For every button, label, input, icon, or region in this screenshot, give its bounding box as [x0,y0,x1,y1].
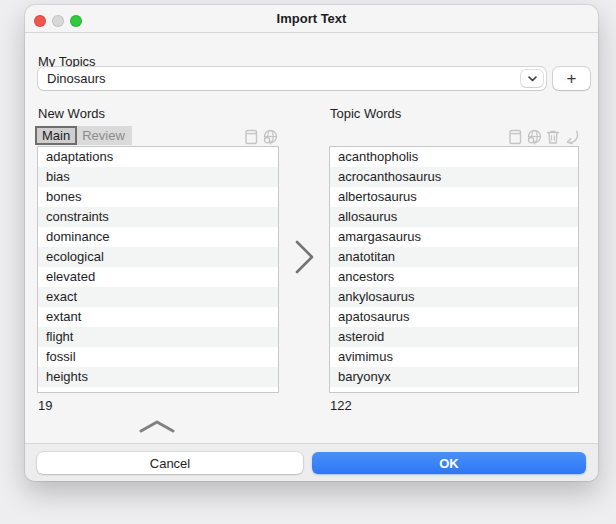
dialog-footer: Cancel OK [25,443,598,481]
list-item[interactable]: extant [38,307,278,327]
list-item[interactable]: acanthopholis [330,147,578,167]
list-item[interactable]: bias [38,167,278,187]
plus-icon: + [567,69,577,89]
ok-button[interactable]: OK [312,452,586,474]
list-item[interactable]: bones [38,187,278,207]
new-words-title: New Words [38,106,105,121]
topic-words-count: 122 [330,398,352,413]
list-item[interactable]: adaptations [38,147,278,167]
list-item[interactable]: dominance [38,227,278,247]
window-title: Import Text [277,11,347,26]
add-topic-button[interactable]: + [553,67,590,90]
list-item[interactable]: apatosaurus [330,307,578,327]
chevron-right-icon [294,239,316,275]
list-item[interactable]: allosaurus [330,207,578,227]
close-button[interactable] [34,15,46,27]
list-item[interactable]: asteroid [330,327,578,347]
chevron-down-icon[interactable] [521,70,543,87]
chevron-up-icon [138,419,176,433]
list-item[interactable]: constraints [38,207,278,227]
list-item[interactable]: avimimus [330,347,578,367]
list-item[interactable]: ecological [38,247,278,267]
tab-review[interactable]: Review [77,126,132,145]
new-words-toolbar [242,128,279,146]
topics-dropdown-value: Dinosaurs [47,71,106,86]
cancel-button[interactable]: Cancel [37,452,303,474]
topic-words-list[interactable]: acanthopholisacrocanthosaurusalbertosaur… [330,147,578,392]
list-item[interactable]: acrocanthosaurus [330,167,578,187]
list-item[interactable]: flight [38,327,278,347]
list-item[interactable]: ankylosaurus [330,287,578,307]
trash-icon[interactable] [544,128,562,146]
new-words-tabs: Main Review [35,126,132,145]
traffic-lights [34,15,82,27]
web-search-icon[interactable] [525,128,543,146]
zoom-button[interactable] [70,15,82,27]
list-item[interactable]: bipedal [330,387,578,392]
list-item[interactable]: elevated [38,267,278,287]
list-item[interactable]: exact [38,287,278,307]
book-icon[interactable] [242,128,260,146]
collapse-button[interactable] [137,417,177,435]
topics-dropdown[interactable]: Dinosaurs [38,67,546,90]
move-right-button[interactable] [291,237,319,277]
undo-icon[interactable] [563,128,581,146]
list-item[interactable]: ancestors [330,267,578,287]
titlebar[interactable]: Import Text [25,5,598,33]
tab-main[interactable]: Main [35,126,77,145]
list-item[interactable]: heights [38,367,278,387]
book-icon[interactable] [506,128,524,146]
topic-words-toolbar [506,128,581,146]
import-text-dialog: Import Text My Topics Dinosaurs + New Wo… [25,5,598,481]
web-search-icon[interactable] [261,128,279,146]
list-item[interactable]: albertosaurus [330,187,578,207]
list-item[interactable]: baryonyx [330,367,578,387]
list-item[interactable]: fossil [38,347,278,367]
new-words-count: 19 [38,398,52,413]
list-item[interactable]: amargasaurus [330,227,578,247]
list-item[interactable]: anatotitan [330,247,578,267]
new-words-list[interactable]: adaptationsbiasbonesconstraintsdominance… [38,147,278,392]
minimize-button[interactable] [52,15,64,27]
list-item[interactable]: inches [38,387,278,392]
topic-words-title: Topic Words [330,106,401,121]
